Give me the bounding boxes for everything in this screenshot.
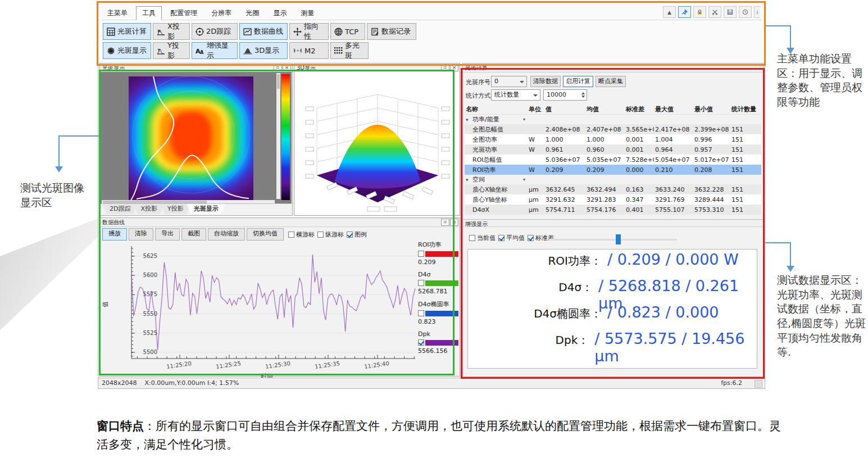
- toolbar-button-tcp[interactable]: TCP: [330, 23, 365, 40]
- 3d-panel-titlebar[interactable]: 3D显示 ▫ ×: [294, 64, 460, 72]
- toolbar-button-x-projection[interactable]: X投影: [153, 23, 190, 40]
- 3d-plot-area[interactable]: [295, 72, 459, 215]
- table-header-cell[interactable]: 标准差: [625, 105, 654, 114]
- table-header-cell[interactable]: 名称: [465, 105, 528, 114]
- table-row[interactable]: 光斑功率W0.9610.9600.0010.9640.957151: [465, 144, 761, 155]
- table-cell: μm: [528, 186, 544, 193]
- float-icon[interactable]: ▫: [441, 64, 449, 71]
- checkbox[interactable]: [317, 232, 324, 238]
- menu-tab-main[interactable]: 主菜单: [102, 7, 133, 20]
- table-row[interactable]: 全图总幅值2.408e+082.407e+083.565e+052.417e+0…: [465, 124, 761, 134]
- legend-checkbox[interactable]: [418, 251, 424, 257]
- checkbox-label: 平均值: [506, 234, 525, 242]
- menu-tab-resolution[interactable]: 分辨率: [206, 7, 237, 20]
- group-filter-icon[interactable]: ▾: [523, 177, 540, 182]
- checkbox[interactable]: [288, 232, 294, 238]
- toolbar-button-data-curve[interactable]: 数据曲线: [239, 23, 288, 40]
- auto-zoom-button[interactable]: 自动缩放: [208, 228, 245, 241]
- export-button[interactable]: 导出: [155, 228, 180, 241]
- y-profile-curve: [131, 76, 174, 200]
- checkbox-option[interactable]: 纵游标: [317, 230, 344, 239]
- collapse-button[interactable]: ▲: [663, 6, 676, 18]
- table-row[interactable]: 质心X轴坐标μm3632.6453632.4940.1633633.240363…: [465, 184, 761, 194]
- menu-tab-measure[interactable]: 测量: [296, 7, 320, 20]
- table-row[interactable]: ROI总幅值5.036e+075.035e+077.528e+045.054e+…: [465, 155, 761, 165]
- checkbox[interactable]: [469, 235, 475, 241]
- opacity-slider-track[interactable]: [549, 239, 677, 241]
- checkbox[interactable]: [347, 232, 353, 238]
- status-bar: 2048x2048 X:0.00um,Y:0.00um I:4; 1.57% f…: [98, 378, 764, 388]
- beam-seq-select[interactable]: 0: [491, 76, 527, 87]
- menu-tab-display[interactable]: 显示: [267, 7, 292, 20]
- lock-button[interactable]: [693, 6, 706, 18]
- checkbox-option[interactable]: 平均值: [498, 234, 525, 242]
- close-icon[interactable]: ×: [450, 219, 458, 226]
- toolbar-button-m2[interactable]: M2: [289, 42, 329, 59]
- stat-mode-select[interactable]: 统计数量: [491, 89, 540, 101]
- legend-checkbox[interactable]: [418, 310, 424, 316]
- more-button[interactable]: i: [754, 6, 760, 18]
- toolbar-button-3d-display[interactable]: 3D显示: [239, 42, 288, 59]
- table-row[interactable]: 全图功率W1.0001.0000.0011.0040.996151: [465, 134, 761, 144]
- toolbar-button-y-projection[interactable]: Y投影: [153, 42, 190, 59]
- table-group-header[interactable]: ▾功率/能量▾: [465, 115, 761, 124]
- float-icon[interactable]: ▫: [274, 64, 282, 71]
- table-header-cell[interactable]: 单位: [528, 105, 544, 114]
- cut-button[interactable]: [708, 6, 721, 18]
- resize-grip[interactable]: [755, 380, 762, 388]
- table-row[interactable]: D4σXμm5754.7115754.1760.4015755.1075753.…: [465, 205, 761, 215]
- table-group-header[interactable]: ▾空间▾: [465, 175, 761, 184]
- close-icon[interactable]: ×: [450, 64, 458, 71]
- toolbar-button-beam-calc[interactable]: 光斑计算: [103, 23, 151, 40]
- enhanced-panel-titlebar[interactable]: 增强显示: [463, 219, 763, 227]
- beam-image-area[interactable]: [101, 72, 292, 206]
- pin-button[interactable]: [678, 6, 691, 18]
- table-header-cell[interactable]: 最小值: [693, 105, 730, 114]
- tab-2d-tracking[interactable]: 2D跟踪: [103, 204, 137, 214]
- legend-checkbox[interactable]: [418, 339, 424, 346]
- menu-tab-aperture[interactable]: 光圈: [240, 7, 265, 20]
- save-button[interactable]: [724, 6, 737, 18]
- toolbar-button-multi-spot[interactable]: 多光斑: [330, 42, 369, 59]
- breakpoint-button[interactable]: 断点采集: [596, 76, 626, 87]
- tab-y-projection[interactable]: Y投影: [161, 204, 190, 214]
- checkbox[interactable]: [498, 235, 505, 241]
- menu-tab-tools[interactable]: 工具: [136, 6, 162, 20]
- clear-data-button[interactable]: 清除数据: [530, 76, 561, 87]
- snapshot-button[interactable]: 截图: [181, 228, 206, 241]
- toolbar-button-pointing[interactable]: 指向性: [289, 23, 329, 40]
- checkbox-option[interactable]: 横游标: [288, 230, 315, 239]
- table-header-cell[interactable]: 最大值: [654, 105, 693, 114]
- table-header-cell[interactable]: 值: [544, 105, 585, 114]
- legend-checkbox[interactable]: [418, 280, 424, 286]
- enable-calc-button[interactable]: 启用计算: [563, 76, 593, 87]
- float-icon[interactable]: ▫: [441, 219, 449, 226]
- menu-tab-config[interactable]: 配置管理: [165, 7, 203, 20]
- tab-beam-display[interactable]: 光斑显示: [187, 204, 225, 214]
- toolbar-button-data-record[interactable]: 数据记录: [367, 23, 416, 40]
- table-row[interactable]: ROI功率W0.2090.2090.0000.2100.208151: [465, 165, 761, 175]
- checkbox[interactable]: [528, 235, 534, 241]
- checkbox-option[interactable]: 图例: [347, 230, 367, 239]
- checkbox-option[interactable]: 当前值: [469, 234, 496, 242]
- clear-button[interactable]: 清除: [129, 228, 153, 241]
- group-filter-icon[interactable]: ▾: [523, 117, 540, 122]
- checkbox-option[interactable]: 标准差: [528, 234, 554, 242]
- close-icon[interactable]: ×: [283, 64, 291, 71]
- table-row[interactable]: 质心Y轴坐标μm3291.6323291.2830.3473291.769328…: [465, 194, 761, 205]
- toolbar-button-enhanced-display[interactable]: AA 增强显示: [192, 42, 238, 59]
- play-button[interactable]: 播放: [102, 228, 127, 241]
- tab-x-projection[interactable]: X投影: [134, 204, 164, 214]
- table-header-cell[interactable]: 统计数量: [730, 105, 761, 114]
- toolbar-button-2d-tracking[interactable]: 2D跟踪: [192, 23, 238, 40]
- vertical-scrollbar[interactable]: [276, 73, 280, 199]
- stat-count-spinner[interactable]: 10000: [543, 89, 587, 101]
- opacity-slider-handle[interactable]: [616, 234, 621, 244]
- toggle-mean-button[interactable]: 切换均值: [247, 228, 284, 241]
- beam-panel-titlebar[interactable]: 光斑显示 ▫ ×: [100, 64, 292, 72]
- table-header-cell[interactable]: 均值: [585, 105, 625, 114]
- toolbar-button-beam-display[interactable]: 光斑显示: [103, 42, 151, 59]
- curve-panel-titlebar[interactable]: 数据曲线 ▫ ×: [100, 218, 460, 227]
- calc-panel-titlebar[interactable]: 光斑计算: [463, 64, 763, 72]
- history-button[interactable]: [739, 6, 752, 18]
